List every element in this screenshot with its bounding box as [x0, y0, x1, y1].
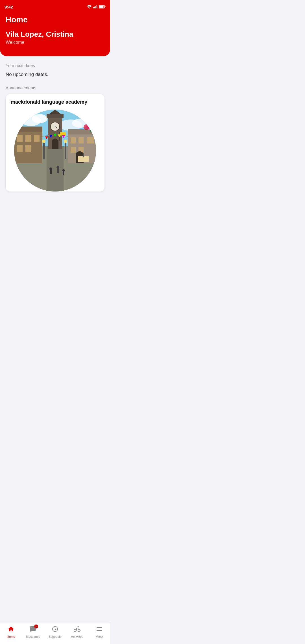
svg-rect-2 [95, 6, 96, 8]
svg-rect-27 [52, 141, 58, 149]
svg-rect-15 [14, 127, 42, 132]
announcement-card[interactable]: mackdonald language academy [6, 94, 104, 192]
svg-rect-35 [71, 147, 76, 153]
svg-rect-32 [71, 137, 76, 143]
announcement-image [14, 110, 96, 192]
svg-rect-57 [57, 169, 59, 173]
status-bar: 9:42 [0, 0, 110, 12]
svg-rect-42 [16, 125, 18, 129]
svg-rect-61 [83, 153, 84, 157]
svg-rect-34 [87, 137, 94, 143]
battery-icon [99, 5, 106, 8]
svg-point-58 [62, 169, 65, 171]
svg-point-39 [42, 140, 45, 143]
svg-rect-60 [78, 156, 89, 162]
svg-rect-18 [34, 135, 40, 142]
svg-point-43 [14, 120, 20, 127]
svg-rect-33 [79, 137, 84, 143]
user-name: Vila Lopez, Cristina [6, 30, 104, 39]
svg-point-41 [64, 140, 67, 143]
svg-point-44 [16, 120, 22, 126]
svg-rect-59 [63, 171, 64, 175]
wifi-icon [87, 5, 91, 8]
svg-rect-3 [97, 5, 97, 8]
page-title: Home [6, 15, 104, 24]
announcement-card-title: mackdonald language academy [11, 99, 99, 105]
svg-rect-20 [25, 145, 31, 152]
svg-rect-22 [47, 114, 64, 118]
next-dates-title: Your next dates [6, 63, 104, 68]
announcements-section: Announcements mackdonald language academ… [6, 85, 104, 192]
svg-rect-5 [99, 6, 104, 8]
announcement-image-wrapper [11, 110, 99, 192]
svg-rect-1 [94, 6, 95, 8]
svg-rect-6 [105, 6, 106, 7]
svg-rect-0 [93, 7, 94, 8]
svg-rect-38 [43, 142, 45, 159]
svg-rect-13 [47, 146, 64, 192]
svg-rect-40 [65, 142, 66, 159]
announcements-title: Announcements [6, 85, 104, 90]
status-icons [87, 5, 106, 8]
svg-rect-55 [50, 170, 52, 174]
svg-point-47 [84, 124, 89, 130]
no-dates-message: No upcoming dates. [6, 72, 104, 77]
svg-point-56 [56, 166, 59, 169]
svg-rect-48 [90, 127, 91, 132]
svg-rect-17 [25, 135, 31, 142]
town-svg [14, 110, 96, 192]
status-time: 9:42 [5, 5, 13, 9]
app-header: Home Vila Lopez, Cristina Welcome [0, 12, 110, 56]
svg-rect-16 [17, 135, 23, 142]
svg-rect-31 [68, 129, 96, 134]
svg-point-45 [14, 122, 17, 127]
main-content: Your next dates No upcoming dates. Annou… [0, 56, 110, 192]
svg-rect-19 [17, 145, 23, 152]
svg-point-9 [32, 114, 47, 123]
signal-icon [93, 5, 97, 8]
svg-point-54 [49, 167, 52, 170]
welcome-text: Welcome [6, 40, 104, 45]
